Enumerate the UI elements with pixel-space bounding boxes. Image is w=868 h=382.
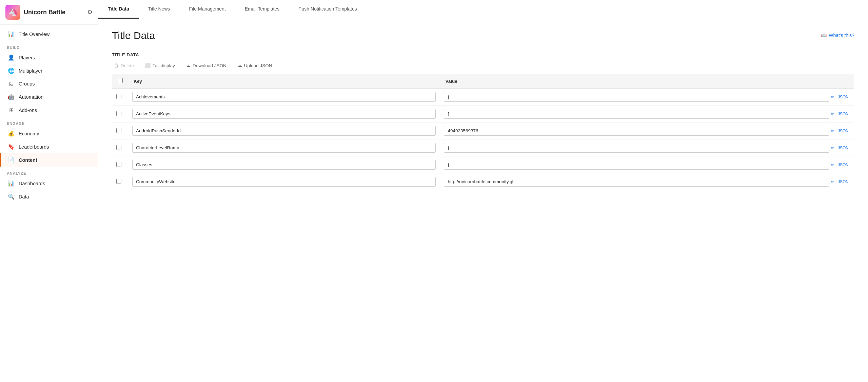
tab-title-news[interactable]: Title News bbox=[139, 0, 180, 19]
whats-this-link[interactable]: 📖 What's this? bbox=[821, 33, 854, 38]
sidebar: 🦄 Unicorn Battle ⚙ 📊 Title Overview BUIL… bbox=[0, 0, 98, 382]
trash-icon: 🗑 bbox=[114, 63, 119, 68]
upload-icon: ☁ bbox=[237, 63, 242, 68]
value-input[interactable] bbox=[444, 92, 829, 102]
row-value-cell: ✏ JSON bbox=[440, 173, 854, 190]
row-checkbox-cell bbox=[112, 122, 129, 139]
key-input[interactable] bbox=[132, 126, 436, 136]
multiplayer-icon: 🌐 bbox=[8, 68, 15, 74]
row-checkbox-cell bbox=[112, 156, 129, 173]
row-value-cell: ✏ JSON bbox=[440, 139, 854, 156]
sidebar-item-multiplayer[interactable]: 🌐 Multiplayer bbox=[0, 64, 98, 77]
upload-json-button[interactable]: ☁ Upload JSON bbox=[235, 61, 274, 70]
row-checkbox[interactable] bbox=[116, 179, 121, 184]
tab-push-notification-templates[interactable]: Push Notification Templates bbox=[289, 0, 367, 19]
json-button[interactable]: JSON bbox=[836, 128, 850, 134]
data-icon: 🔍 bbox=[8, 193, 15, 200]
tabs-bar: Title Data Title News File Management Em… bbox=[98, 0, 868, 19]
header-checkbox-cell bbox=[112, 74, 129, 89]
value-input[interactable] bbox=[444, 177, 829, 187]
download-json-button[interactable]: ☁ Download JSON bbox=[184, 61, 229, 70]
sidebar-item-label: Multiplayer bbox=[19, 68, 42, 74]
table-row: ✏ JSON bbox=[112, 122, 854, 139]
value-input[interactable] bbox=[444, 126, 829, 136]
value-input[interactable] bbox=[444, 143, 829, 153]
edit-icon[interactable]: ✏ bbox=[831, 111, 834, 116]
row-key-cell[interactable] bbox=[128, 106, 440, 122]
row-key-cell[interactable] bbox=[128, 139, 440, 156]
edit-icon[interactable]: ✏ bbox=[831, 94, 834, 99]
key-input[interactable] bbox=[132, 92, 436, 102]
row-checkbox[interactable] bbox=[116, 94, 121, 99]
section-label-analyze: ANALYZE bbox=[0, 167, 98, 177]
value-input-wrap bbox=[444, 92, 829, 102]
tab-email-templates[interactable]: Email Templates bbox=[235, 0, 289, 19]
row-key-cell[interactable] bbox=[128, 122, 440, 139]
sidebar-item-dashboards[interactable]: 📊 Dashboards bbox=[0, 177, 98, 190]
table-header-row: Key Value bbox=[112, 74, 854, 89]
tall-display-button[interactable]: ⬜ Tall display bbox=[143, 61, 177, 70]
economy-icon: 💰 bbox=[8, 130, 15, 137]
json-button[interactable]: JSON bbox=[836, 145, 850, 151]
page-title-row: Title Data 📖 What's this? bbox=[112, 30, 854, 41]
tab-file-management[interactable]: File Management bbox=[180, 0, 235, 19]
row-key-cell[interactable] bbox=[128, 173, 440, 190]
key-input[interactable] bbox=[132, 109, 436, 119]
tab-title-data[interactable]: Title Data bbox=[98, 0, 139, 19]
page-content: Title Data 📖 What's this? TITLE DATA 🗑 D… bbox=[98, 19, 868, 382]
sidebar-item-groups[interactable]: 🗂 Groups bbox=[0, 77, 98, 90]
sidebar-item-title-overview[interactable]: 📊 Title Overview bbox=[0, 27, 98, 41]
addons-icon: ⊞ bbox=[8, 107, 15, 113]
tall-display-label: Tall display bbox=[153, 63, 175, 68]
row-checkbox-cell bbox=[112, 139, 129, 156]
value-input-wrap bbox=[444, 177, 829, 187]
key-input[interactable] bbox=[132, 177, 436, 187]
select-all-checkbox[interactable] bbox=[118, 78, 123, 83]
value-row-wrapper: ✏ JSON bbox=[444, 109, 850, 119]
sidebar-item-label: Content bbox=[19, 157, 37, 163]
value-input-wrap bbox=[444, 109, 829, 119]
row-checkbox[interactable] bbox=[116, 111, 121, 116]
sidebar-item-label: Data bbox=[19, 194, 29, 199]
sidebar-item-economy[interactable]: 💰 Economy bbox=[0, 127, 98, 140]
sidebar-item-data[interactable]: 🔍 Data bbox=[0, 190, 98, 203]
section-label-engage: ENGAGE bbox=[0, 117, 98, 127]
sidebar-item-players[interactable]: 👤 Players bbox=[0, 51, 98, 64]
value-input[interactable] bbox=[444, 160, 829, 170]
edit-icon[interactable]: ✏ bbox=[831, 128, 834, 133]
value-input[interactable] bbox=[444, 109, 829, 119]
row-checkbox[interactable] bbox=[116, 128, 121, 133]
edit-icon[interactable]: ✏ bbox=[831, 179, 834, 184]
sidebar-item-automation[interactable]: 🤖 Automation bbox=[0, 90, 98, 103]
row-value-cell: ✏ JSON bbox=[440, 122, 854, 139]
delete-button[interactable]: 🗑 Delete bbox=[112, 61, 136, 70]
json-button[interactable]: JSON bbox=[836, 179, 850, 185]
row-key-cell[interactable] bbox=[128, 89, 440, 106]
key-input[interactable] bbox=[132, 143, 436, 153]
gear-icon[interactable]: ⚙ bbox=[87, 8, 93, 16]
json-button[interactable]: JSON bbox=[836, 111, 850, 117]
sidebar-item-leaderboards[interactable]: 🔖 Leaderboards bbox=[0, 140, 98, 153]
json-button[interactable]: JSON bbox=[836, 94, 850, 100]
sidebar-item-content[interactable]: 📄 Content bbox=[0, 153, 98, 167]
key-input[interactable] bbox=[132, 160, 436, 170]
sidebar-item-label: Groups bbox=[19, 81, 35, 87]
sidebar-item-label: Dashboards bbox=[19, 181, 45, 186]
edit-icon[interactable]: ✏ bbox=[831, 145, 834, 150]
json-button[interactable]: JSON bbox=[836, 162, 850, 168]
header-key: Key bbox=[128, 74, 440, 89]
section-label-build: BUILD bbox=[0, 41, 98, 51]
content-icon: 📄 bbox=[8, 157, 15, 163]
row-key-cell[interactable] bbox=[128, 156, 440, 173]
value-row-wrapper: ✏ JSON bbox=[444, 177, 850, 187]
delete-label: Delete bbox=[121, 63, 134, 68]
row-checkbox[interactable] bbox=[116, 145, 121, 150]
download-icon: ☁ bbox=[186, 63, 191, 68]
value-input-wrap bbox=[444, 143, 829, 153]
app-title: Unicorn Battle bbox=[24, 9, 65, 16]
sidebar-item-label: Leaderboards bbox=[19, 144, 49, 150]
row-checkbox[interactable] bbox=[116, 162, 121, 167]
sidebar-item-addons[interactable]: ⊞ Add-ons bbox=[0, 103, 98, 117]
edit-icon[interactable]: ✏ bbox=[831, 162, 834, 167]
row-checkbox-cell bbox=[112, 89, 129, 106]
